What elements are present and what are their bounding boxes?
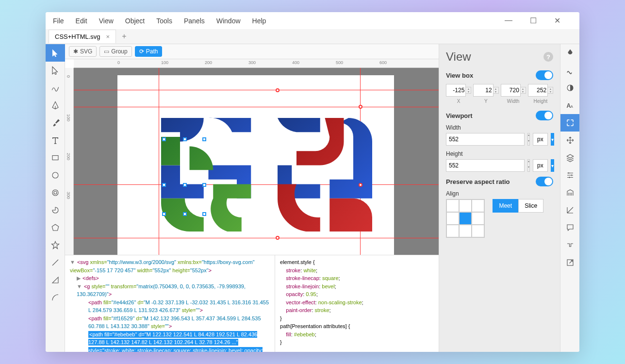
menu-window[interactable]: Window bbox=[216, 17, 241, 25]
viewbox-h-input[interactable] bbox=[528, 84, 548, 97]
fill-panel-icon[interactable] bbox=[560, 44, 579, 62]
viewport-label: Viewport bbox=[446, 112, 536, 119]
minimize-icon[interactable]: — bbox=[505, 16, 512, 25]
par-toggle[interactable] bbox=[536, 177, 553, 186]
panel-title: View bbox=[446, 50, 471, 64]
breadcrumb: ✱ SVG ▭ Group ⟳ Path bbox=[65, 44, 439, 59]
breadcrumb-group[interactable]: ▭ Group bbox=[99, 46, 132, 57]
svg-marker-7 bbox=[52, 277, 58, 283]
viewport-width-input[interactable] bbox=[446, 133, 525, 146]
adjust-panel-icon[interactable] bbox=[560, 166, 579, 184]
viewbox-y-input[interactable] bbox=[473, 84, 493, 97]
tab-label: CSS+HTML.svg bbox=[55, 33, 100, 40]
triangle-tool[interactable] bbox=[46, 271, 65, 289]
path-panel-icon[interactable] bbox=[560, 236, 579, 254]
export-panel-icon[interactable] bbox=[560, 254, 579, 271]
freehand-tool[interactable] bbox=[46, 79, 65, 97]
brush-tool[interactable] bbox=[46, 114, 65, 132]
viewport-width-unit-button[interactable]: ▾ bbox=[551, 133, 554, 146]
help-icon[interactable]: ? bbox=[543, 52, 553, 62]
tab-close-icon[interactable]: × bbox=[106, 33, 110, 40]
ellipse-tool[interactable] bbox=[46, 166, 65, 184]
ruler-horizontal: 0 100 200 300 400 500 600 bbox=[74, 59, 439, 68]
close-icon[interactable]: ✕ bbox=[554, 16, 560, 25]
breadcrumb-path[interactable]: ⟳ Path bbox=[135, 46, 163, 57]
viewbox-x-input[interactable] bbox=[446, 84, 466, 97]
menu-edit[interactable]: Edit bbox=[76, 17, 87, 25]
ring-tool[interactable] bbox=[46, 184, 65, 201]
viewport-toggle[interactable] bbox=[536, 111, 553, 120]
svg-point-3 bbox=[54, 191, 57, 194]
typography-panel-icon[interactable]: AA bbox=[560, 97, 579, 114]
svg-marker-4 bbox=[52, 224, 59, 231]
stroke-panel-icon[interactable] bbox=[560, 62, 579, 79]
tabbar: CSS+HTML.svg × + bbox=[46, 29, 579, 44]
view-panel: View? View box ▴▾ ▴▾ ▴▾ ▴▾ XYWidthHeight… bbox=[439, 44, 560, 352]
align-tc[interactable] bbox=[460, 200, 471, 212]
new-tab-button[interactable]: + bbox=[117, 29, 131, 44]
right-toolbar: AA bbox=[560, 44, 579, 352]
library-panel-icon[interactable] bbox=[560, 184, 579, 201]
menu-panels[interactable]: Panels bbox=[184, 17, 205, 25]
arc-tool[interactable] bbox=[46, 289, 65, 306]
menu-object[interactable]: Object bbox=[125, 17, 145, 25]
rect-tool[interactable] bbox=[46, 149, 65, 166]
menu-tools[interactable]: Tools bbox=[156, 17, 172, 25]
svg-marker-5 bbox=[52, 242, 59, 249]
menu-view[interactable]: View bbox=[99, 17, 114, 25]
canvas[interactable] bbox=[74, 68, 439, 255]
geometry-panel-icon[interactable] bbox=[560, 201, 579, 219]
align-bc[interactable] bbox=[460, 225, 471, 237]
viewbox-toggle[interactable] bbox=[536, 70, 553, 80]
polygon-tool[interactable] bbox=[46, 219, 65, 236]
line-tool[interactable] bbox=[46, 254, 65, 271]
svg-rect-0 bbox=[52, 156, 58, 160]
code-source[interactable]: ▼<svg xmlns="http://www.w3.org/2000/svg"… bbox=[65, 255, 275, 352]
menubar: File Edit View Object Tools Panels Windo… bbox=[46, 12, 579, 29]
star-tool[interactable] bbox=[46, 236, 65, 254]
contrast-panel-icon[interactable] bbox=[560, 79, 579, 97]
align-ml[interactable] bbox=[447, 213, 459, 224]
pie-tool[interactable] bbox=[46, 201, 65, 219]
layers-panel-icon[interactable] bbox=[560, 149, 579, 166]
par-label: Preserve aspect ratio bbox=[446, 178, 536, 185]
align-mc[interactable] bbox=[460, 213, 471, 224]
view-panel-icon[interactable] bbox=[560, 114, 579, 132]
code-styles[interactable]: element.style { stroke: white; stroke-li… bbox=[275, 255, 439, 352]
svg-point-1 bbox=[52, 172, 58, 178]
select-tool[interactable] bbox=[46, 44, 65, 62]
viewport-height-input[interactable] bbox=[446, 159, 525, 172]
comment-panel-icon[interactable] bbox=[560, 219, 579, 236]
viewbox-label: View box bbox=[446, 72, 536, 79]
svg-line-6 bbox=[52, 260, 58, 265]
pen-tool[interactable] bbox=[46, 97, 65, 114]
slice-button[interactable]: Slice bbox=[518, 199, 543, 213]
align-tr[interactable] bbox=[472, 200, 484, 212]
maximize-icon[interactable]: ☐ bbox=[530, 16, 537, 25]
align-grid bbox=[446, 199, 485, 238]
move-panel-icon[interactable] bbox=[560, 132, 579, 149]
direct-select-tool[interactable] bbox=[46, 62, 65, 79]
breadcrumb-svg[interactable]: ✱ SVG bbox=[69, 46, 97, 57]
menu-help[interactable]: Help bbox=[252, 17, 266, 25]
align-bl[interactable] bbox=[447, 225, 459, 237]
svg-text:A: A bbox=[571, 104, 573, 109]
text-tool[interactable] bbox=[46, 132, 65, 149]
ruler-vertical: 0 100 200 300 bbox=[65, 68, 74, 255]
viewport-height-unit-button[interactable]: ▾ bbox=[551, 159, 554, 172]
meet-button[interactable]: Meet bbox=[493, 199, 518, 213]
viewport-width-unit: px bbox=[533, 133, 548, 146]
align-tl[interactable] bbox=[447, 200, 459, 212]
menu-file[interactable]: File bbox=[53, 17, 64, 25]
left-toolbar bbox=[46, 44, 65, 352]
align-mr[interactable] bbox=[472, 213, 484, 224]
viewbox-w-input[interactable] bbox=[501, 84, 521, 97]
align-br[interactable] bbox=[472, 225, 484, 237]
app-window: File Edit View Object Tools Panels Windo… bbox=[46, 12, 579, 352]
tab-file[interactable]: CSS+HTML.svg × bbox=[49, 30, 116, 43]
svg-point-2 bbox=[52, 190, 58, 196]
viewport-height-unit: px bbox=[533, 159, 548, 172]
